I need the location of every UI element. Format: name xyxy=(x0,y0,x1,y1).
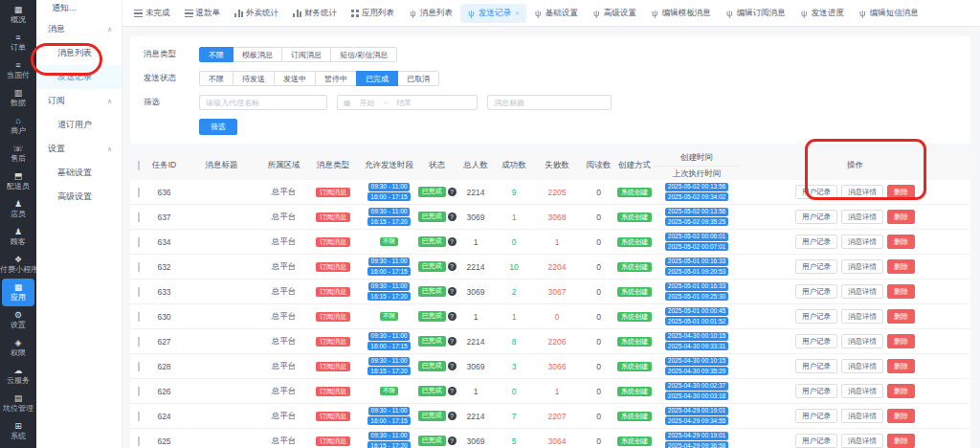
row-checkbox[interactable] xyxy=(138,387,140,396)
row-checkbox[interactable] xyxy=(138,287,140,297)
tab[interactable]: 高级设置 xyxy=(586,4,643,23)
tab[interactable]: 基础设置 xyxy=(527,4,585,23)
message-details-button[interactable]: 消息详情 xyxy=(841,384,883,398)
user-records-button[interactable]: 用户记录 xyxy=(795,259,837,274)
user-records-button[interactable]: 用户记录 xyxy=(795,384,837,398)
tab[interactable]: 编辑短信消息 xyxy=(852,4,925,23)
filter-option-button[interactable]: 暂停中 xyxy=(315,71,357,86)
tab-close-icon[interactable]: × xyxy=(515,9,520,17)
nav-group-header[interactable]: 消息 ∧ xyxy=(36,17,122,41)
delete-button[interactable]: 删除 xyxy=(887,284,915,299)
message-details-button[interactable]: 消息详情 xyxy=(841,210,883,224)
message-details-button[interactable]: 消息详情 xyxy=(841,185,883,199)
message-details-button[interactable]: 消息详情 xyxy=(841,409,883,423)
nav-group-header[interactable]: 设置 ∧ xyxy=(36,137,122,161)
sidebar-item-customer[interactable]: ♟ 顾客 xyxy=(0,223,36,251)
tab[interactable]: 应用列表 xyxy=(345,4,401,23)
nav-item[interactable]: 高级设置 xyxy=(36,185,122,209)
sidebar-item-system[interactable]: ⊞ 系统 xyxy=(0,417,36,445)
row-checkbox[interactable] xyxy=(138,237,140,247)
sidebar-item-face-pay[interactable]: ≡ 当面付 xyxy=(0,56,36,84)
date-range-input[interactable]: ▦ 开始 ~ 结束 xyxy=(337,95,478,110)
delete-button[interactable]: 删除 xyxy=(887,409,915,423)
tab[interactable]: 外卖统计 xyxy=(228,4,285,23)
message-details-button[interactable]: 消息详情 xyxy=(841,235,883,249)
nav-item[interactable]: 发送记录 xyxy=(36,65,122,89)
delete-button[interactable]: 删除 xyxy=(887,185,915,199)
total-cell: 2214 xyxy=(457,262,495,272)
tab[interactable]: 发送记录 × xyxy=(460,4,526,23)
delete-button[interactable]: 删除 xyxy=(887,434,915,448)
tab[interactable]: 编辑模板消息 xyxy=(644,4,718,23)
tab[interactable]: 发送进度 xyxy=(793,4,851,23)
filter-option-button[interactable]: 待发送 xyxy=(233,71,275,86)
message-details-button[interactable]: 消息详情 xyxy=(841,309,883,324)
user-records-button[interactable]: 用户记录 xyxy=(795,235,837,249)
user-records-button[interactable]: 用户记录 xyxy=(795,185,837,199)
message-details-button[interactable]: 消息详情 xyxy=(841,434,883,448)
sidebar-item-slots[interactable]: ▤ 坑位管理 xyxy=(0,390,36,417)
message-details-button[interactable]: 消息详情 xyxy=(841,259,883,274)
user-records-button[interactable]: 用户记录 xyxy=(795,210,837,224)
message-details-button[interactable]: 消息详情 xyxy=(841,334,883,348)
sidebar-item-apps[interactable]: ▦ 应用 xyxy=(2,279,34,306)
date-separator: ~ xyxy=(384,99,389,107)
sidebar-item-after-sales[interactable]: ☏ 售后 xyxy=(0,140,36,168)
row-checkbox[interactable] xyxy=(138,188,140,197)
sidebar-item-orders[interactable]: ≡ 订单 xyxy=(0,29,36,56)
sidebar-item-overview[interactable]: ▦ 概况 xyxy=(0,1,36,29)
user-records-button[interactable]: 用户记录 xyxy=(795,409,837,423)
filter-option-button[interactable]: 不限 xyxy=(199,47,234,62)
nav-group-header[interactable]: 订阅 ∧ xyxy=(36,89,122,113)
message-title-input[interactable] xyxy=(487,95,612,110)
sidebar-item-settings[interactable]: ⚙ 设置 xyxy=(0,306,36,334)
user-records-button[interactable]: 用户记录 xyxy=(795,434,837,448)
row-checkbox[interactable] xyxy=(138,337,140,347)
user-records-button[interactable]: 用户记录 xyxy=(795,359,837,373)
filter-option-button[interactable]: 发送中 xyxy=(274,71,316,86)
sidebar-item-paid-miniapp[interactable]: ❖ 付费小程序 xyxy=(0,251,36,279)
filter-option-button[interactable]: 订阅消息 xyxy=(281,47,331,62)
row-checkbox[interactable] xyxy=(138,437,140,446)
task-id-cell: 626 xyxy=(147,387,181,396)
nav-item[interactable]: 基础设置 xyxy=(36,161,122,185)
row-checkbox[interactable] xyxy=(138,312,140,322)
agent-name-input[interactable] xyxy=(199,95,327,110)
row-checkbox[interactable] xyxy=(138,362,140,371)
filter-submit-button[interactable]: 筛选 xyxy=(199,119,237,135)
sidebar-item-clerk[interactable]: ♟ 店员 xyxy=(0,195,36,223)
nav-item[interactable]: 消息列表 xyxy=(36,41,122,65)
sidebar-item-courier[interactable]: ⬒ 配送员 xyxy=(0,168,36,195)
filter-option-button[interactable]: 不限 xyxy=(199,71,234,86)
row-checkbox[interactable] xyxy=(138,213,140,222)
user-records-button[interactable]: 用户记录 xyxy=(795,334,837,348)
delete-button[interactable]: 删除 xyxy=(887,359,915,373)
delete-button[interactable]: 删除 xyxy=(887,210,915,224)
row-checkbox[interactable] xyxy=(138,262,140,272)
tab[interactable]: 编辑订阅消息 xyxy=(719,4,792,23)
row-checkbox[interactable] xyxy=(138,412,140,421)
sidebar-item-cloud[interactable]: ☁ 云服务 xyxy=(0,362,36,390)
filter-option-button[interactable]: 模板消息 xyxy=(233,47,282,62)
delete-button[interactable]: 删除 xyxy=(887,259,915,274)
sidebar-item-permissions[interactable]: ◈ 权限 xyxy=(0,334,36,362)
filter-option-button[interactable]: 已完成 xyxy=(356,71,398,86)
message-details-button[interactable]: 消息详情 xyxy=(841,284,883,299)
message-details-button[interactable]: 消息详情 xyxy=(841,359,883,373)
select-all-checkbox[interactable] xyxy=(138,161,140,170)
delete-button[interactable]: 删除 xyxy=(887,334,915,348)
tab[interactable]: 未完成 xyxy=(127,4,177,23)
tab[interactable]: 财务统计 xyxy=(286,4,344,23)
filter-option-button[interactable]: 短信/彩信消息 xyxy=(330,47,397,62)
sidebar-item-merchant[interactable]: ⌂ 商户 xyxy=(0,112,36,140)
filter-option-button[interactable]: 已取消 xyxy=(397,71,439,86)
delete-button[interactable]: 删除 xyxy=(887,309,915,324)
tab[interactable]: 消息列表 xyxy=(402,4,459,23)
tab[interactable]: 退款单 xyxy=(178,4,228,23)
user-records-button[interactable]: 用户记录 xyxy=(795,309,837,324)
sidebar-item-data[interactable]: ▥ 数据 xyxy=(0,84,36,112)
user-records-button[interactable]: 用户记录 xyxy=(795,284,837,299)
delete-button[interactable]: 删除 xyxy=(887,235,915,249)
delete-button[interactable]: 删除 xyxy=(887,384,915,398)
nav-item[interactable]: 退订用户 xyxy=(36,113,122,137)
